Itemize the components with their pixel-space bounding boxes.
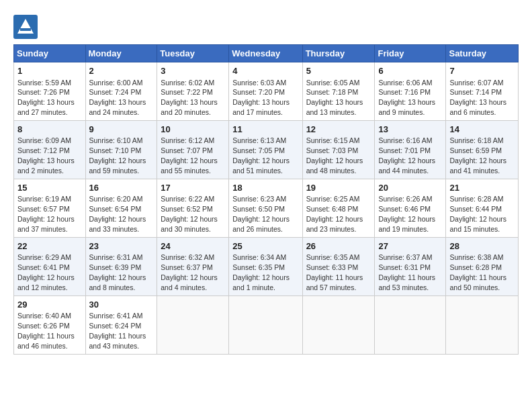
weekday-header-monday: Monday <box>85 45 157 62</box>
day-info: Sunrise: 6:26 AM Sunset: 6:46 PM Dayligh… <box>378 195 435 233</box>
calendar-cell: 18Sunrise: 6:23 AM Sunset: 6:50 PM Dayli… <box>229 179 302 237</box>
day-info: Sunrise: 6:02 AM Sunset: 7:22 PM Dayligh… <box>161 79 218 117</box>
day-info: Sunrise: 6:13 AM Sunset: 7:05 PM Dayligh… <box>232 136 290 175</box>
day-info: Sunrise: 6:28 AM Sunset: 6:44 PM Dayligh… <box>449 195 506 233</box>
day-number: 24 <box>161 240 225 253</box>
calendar-cell: 1Sunrise: 5:59 AM Sunset: 7:26 PM Daylig… <box>14 62 86 121</box>
day-info: Sunrise: 6:10 AM Sunset: 7:10 PM Dayligh… <box>89 136 146 175</box>
day-number: 21 <box>449 182 515 194</box>
day-number: 6 <box>378 65 442 77</box>
day-number: 20 <box>378 182 442 194</box>
calendar-cell: 20Sunrise: 6:26 AM Sunset: 6:46 PM Dayli… <box>375 179 446 237</box>
day-info: Sunrise: 6:16 AM Sunset: 7:01 PM Dayligh… <box>378 136 435 175</box>
calendar-cell: 15Sunrise: 6:19 AM Sunset: 6:57 PM Dayli… <box>14 179 86 237</box>
page: SundayMondayTuesdayWednesdayThursdayFrid… <box>0 0 532 361</box>
calendar-cell: 29Sunrise: 6:40 AM Sunset: 6:26 PM Dayli… <box>14 295 86 354</box>
day-number: 16 <box>89 182 154 194</box>
day-number: 1 <box>17 65 82 77</box>
day-info: Sunrise: 6:09 AM Sunset: 7:12 PM Dayligh… <box>17 136 75 175</box>
day-number: 10 <box>161 124 225 136</box>
day-info: Sunrise: 6:05 AM Sunset: 7:18 PM Dayligh… <box>306 79 363 117</box>
calendar-cell: 22Sunrise: 6:29 AM Sunset: 6:41 PM Dayli… <box>14 237 86 295</box>
day-number: 26 <box>306 240 371 253</box>
calendar-cell: 7Sunrise: 6:07 AM Sunset: 7:14 PM Daylig… <box>446 62 519 121</box>
day-info: Sunrise: 6:12 AM Sunset: 7:07 PM Dayligh… <box>161 136 218 175</box>
day-info: Sunrise: 6:29 AM Sunset: 6:41 PM Dayligh… <box>17 253 75 291</box>
calendar-cell: 23Sunrise: 6:31 AM Sunset: 6:39 PM Dayli… <box>85 237 157 295</box>
calendar-cell: 17Sunrise: 6:22 AM Sunset: 6:52 PM Dayli… <box>157 179 229 237</box>
calendar-cell: 8Sunrise: 6:09 AM Sunset: 7:12 PM Daylig… <box>14 120 86 179</box>
calendar-cell: 2Sunrise: 6:00 AM Sunset: 7:24 PM Daylig… <box>85 62 157 121</box>
day-info: Sunrise: 6:31 AM Sunset: 6:39 PM Dayligh… <box>89 253 146 291</box>
day-number: 4 <box>232 65 298 77</box>
calendar-cell: 28Sunrise: 6:38 AM Sunset: 6:28 PM Dayli… <box>446 237 519 295</box>
day-info: Sunrise: 6:18 AM Sunset: 6:59 PM Dayligh… <box>449 136 506 175</box>
day-info: Sunrise: 6:19 AM Sunset: 6:57 PM Dayligh… <box>17 195 75 233</box>
week-row-4: 22Sunrise: 6:29 AM Sunset: 6:41 PM Dayli… <box>14 237 519 295</box>
day-info: Sunrise: 6:32 AM Sunset: 6:37 PM Dayligh… <box>161 253 218 291</box>
weekday-header-saturday: Saturday <box>446 45 519 62</box>
calendar-cell <box>375 295 446 354</box>
day-number: 7 <box>449 65 515 77</box>
day-info: Sunrise: 6:00 AM Sunset: 7:24 PM Dayligh… <box>89 79 146 117</box>
calendar-cell <box>446 295 519 354</box>
day-number: 22 <box>17 240 82 253</box>
week-row-5: 29Sunrise: 6:40 AM Sunset: 6:26 PM Dayli… <box>14 295 519 354</box>
calendar-cell: 3Sunrise: 6:02 AM Sunset: 7:22 PM Daylig… <box>157 62 229 121</box>
day-number: 30 <box>89 299 154 311</box>
weekday-header-friday: Friday <box>375 45 446 62</box>
day-number: 2 <box>89 65 154 77</box>
calendar-cell: 25Sunrise: 6:34 AM Sunset: 6:35 PM Dayli… <box>229 237 302 295</box>
day-info: Sunrise: 6:38 AM Sunset: 6:28 PM Dayligh… <box>449 253 506 291</box>
day-number: 5 <box>306 65 371 77</box>
calendar-cell: 11Sunrise: 6:13 AM Sunset: 7:05 PM Dayli… <box>229 120 302 179</box>
day-number: 29 <box>17 299 82 311</box>
day-number: 9 <box>89 124 154 136</box>
weekday-header-tuesday: Tuesday <box>157 45 229 62</box>
calendar-cell <box>157 295 229 354</box>
calendar-cell <box>302 295 375 354</box>
logo <box>13 15 40 39</box>
calendar-cell <box>229 295 302 354</box>
day-info: Sunrise: 6:22 AM Sunset: 6:52 PM Dayligh… <box>161 195 218 233</box>
day-number: 12 <box>306 124 371 136</box>
day-number: 15 <box>17 182 82 194</box>
weekday-header-wednesday: Wednesday <box>229 45 302 62</box>
week-row-3: 15Sunrise: 6:19 AM Sunset: 6:57 PM Dayli… <box>14 179 519 237</box>
calendar-cell: 19Sunrise: 6:25 AM Sunset: 6:48 PM Dayli… <box>302 179 375 237</box>
calendar-body: 1Sunrise: 5:59 AM Sunset: 7:26 PM Daylig… <box>14 62 519 355</box>
calendar-cell: 13Sunrise: 6:16 AM Sunset: 7:01 PM Dayli… <box>375 120 446 179</box>
day-info: Sunrise: 5:59 AM Sunset: 7:26 PM Dayligh… <box>17 79 75 117</box>
day-info: Sunrise: 6:25 AM Sunset: 6:48 PM Dayligh… <box>306 195 363 233</box>
day-number: 14 <box>449 124 515 136</box>
weekday-header-sunday: Sunday <box>14 45 86 62</box>
calendar-cell: 26Sunrise: 6:35 AM Sunset: 6:33 PM Dayli… <box>302 237 375 295</box>
day-info: Sunrise: 6:40 AM Sunset: 6:26 PM Dayligh… <box>17 312 75 350</box>
day-info: Sunrise: 6:20 AM Sunset: 6:54 PM Dayligh… <box>89 195 146 233</box>
day-info: Sunrise: 6:07 AM Sunset: 7:14 PM Dayligh… <box>449 79 506 117</box>
calendar-cell: 4Sunrise: 6:03 AM Sunset: 7:20 PM Daylig… <box>229 62 302 121</box>
day-number: 19 <box>306 182 371 194</box>
week-row-1: 1Sunrise: 5:59 AM Sunset: 7:26 PM Daylig… <box>14 62 519 121</box>
calendar-cell: 24Sunrise: 6:32 AM Sunset: 6:37 PM Dayli… <box>157 237 229 295</box>
week-row-2: 8Sunrise: 6:09 AM Sunset: 7:12 PM Daylig… <box>14 120 519 179</box>
day-number: 13 <box>378 124 442 136</box>
day-info: Sunrise: 6:15 AM Sunset: 7:03 PM Dayligh… <box>306 136 363 175</box>
calendar-header: SundayMondayTuesdayWednesdayThursdayFrid… <box>14 45 519 62</box>
day-info: Sunrise: 6:41 AM Sunset: 6:24 PM Dayligh… <box>89 312 146 350</box>
calendar-cell: 14Sunrise: 6:18 AM Sunset: 6:59 PM Dayli… <box>446 120 519 179</box>
day-number: 23 <box>89 240 154 253</box>
calendar-cell: 9Sunrise: 6:10 AM Sunset: 7:10 PM Daylig… <box>85 120 157 179</box>
calendar-cell: 16Sunrise: 6:20 AM Sunset: 6:54 PM Dayli… <box>85 179 157 237</box>
day-number: 25 <box>232 240 298 253</box>
day-number: 17 <box>161 182 225 194</box>
day-info: Sunrise: 6:03 AM Sunset: 7:20 PM Dayligh… <box>232 79 290 117</box>
logo-icon <box>13 15 38 39</box>
calendar-cell: 30Sunrise: 6:41 AM Sunset: 6:24 PM Dayli… <box>85 295 157 354</box>
calendar-cell: 10Sunrise: 6:12 AM Sunset: 7:07 PM Dayli… <box>157 120 229 179</box>
calendar-table: SundayMondayTuesdayWednesdayThursdayFrid… <box>13 44 519 355</box>
calendar-cell: 27Sunrise: 6:37 AM Sunset: 6:31 PM Dayli… <box>375 237 446 295</box>
day-number: 27 <box>378 240 442 253</box>
calendar-cell: 12Sunrise: 6:15 AM Sunset: 7:03 PM Dayli… <box>302 120 375 179</box>
day-number: 28 <box>449 240 515 253</box>
